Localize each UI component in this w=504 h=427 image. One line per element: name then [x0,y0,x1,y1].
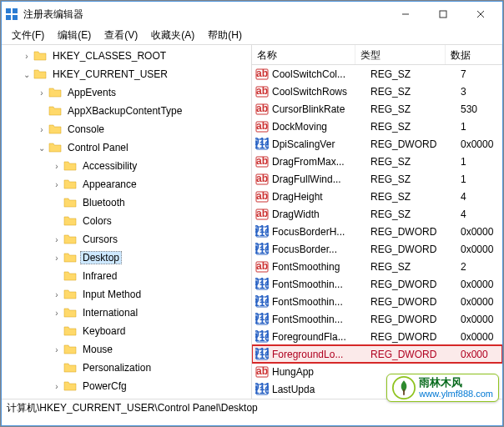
menu-edit[interactable]: 编辑(E) [51,27,98,44]
expand-icon[interactable]: › [52,180,62,189]
tree-node-n_console[interactable]: ›Console [2,120,251,138]
tree-node-n_powerCfg[interactable]: ›PowerCfg [2,377,251,395]
value-type: REG_SZ [370,261,461,273]
value-data: 1 [461,121,502,133]
tree-label: International [80,306,140,319]
tree-node-n_quickActions[interactable]: ›Quick Actions [2,395,251,399]
tree-node-n_controlPanel[interactable]: ⌄Control Panel [2,138,251,157]
value-data: 0x0000 [461,244,502,255]
value-type: REG_DWORD [370,226,461,238]
tree-label: Bluetooth [80,196,128,209]
menu-view[interactable]: 查看(V) [98,27,144,44]
tree-node-n_mouse[interactable]: ›Mouse [2,340,251,359]
folder-icon [33,49,47,63]
list-row[interactable]: abCoolSwitchRowsREG_SZ3 [252,83,502,100]
string-icon: ab [255,103,269,116]
list-row[interactable]: 011110FocusBorderH...REG_DWORD0x0000 [252,223,502,240]
tree-node-n_accessibility[interactable]: ›Accessibility [2,157,251,175]
dword-icon: 011110 [255,243,269,256]
tree-label: Accessibility [80,159,139,173]
tree-node-n_desktop[interactable]: ›Desktop [2,249,251,267]
expand-icon[interactable]: › [52,235,62,244]
list-pane[interactable]: 名称 类型 数据 abCoolSwitchCol...REG_SZ7abCool… [252,45,502,399]
list-row[interactable]: 011110FontSmoothin...REG_DWORD0x0000 [252,310,502,328]
value-name: DpiScalingVer [272,138,370,150]
expand-icon[interactable]: › [52,382,62,391]
expand-icon[interactable]: › [37,88,47,98]
menu-favorites[interactable]: 收藏夹(A) [144,27,201,44]
value-type: REG_DWORD [370,279,461,290]
folder-icon [63,251,77,264]
tree-pane[interactable]: ›HKEY_CLASSES_ROOT⌄HKEY_CURRENT_USER›App… [2,45,252,399]
collapse-icon[interactable]: ⌄ [22,70,32,79]
list-row[interactable]: 011110LastUpda [252,380,502,398]
expand-icon[interactable]: › [22,52,32,61]
value-type: REG_DWORD [370,314,461,325]
list-row[interactable]: abDockMovingREG_SZ1 [252,118,502,135]
value-data: 4 [461,208,502,220]
value-name: FocusBorder... [272,244,370,255]
tree-node-n_international[interactable]: ›International [2,304,251,322]
folder-icon [63,343,77,356]
tree-node-n_appearance[interactable]: ›Appearance [2,175,251,193]
list-row[interactable]: 011110DpiScalingVerREG_DWORD0x0000 [252,135,502,153]
tree-node-n_keyboard[interactable]: Keyboard [2,322,251,340]
list-row[interactable]: abDragWidthREG_SZ4 [252,205,502,223]
expand-icon[interactable]: › [52,290,62,299]
dword-icon: 011110 [255,225,269,239]
value-name: ForegroundFla... [272,331,370,343]
maximize-button[interactable] [424,3,461,26]
menu-file[interactable]: 文件(F) [5,27,51,44]
list-row[interactable]: abHungApp [252,363,502,380]
value-data: 0x0000 [461,296,502,308]
list-row[interactable]: 011110FontSmoothin...REG_DWORD0x0000 [252,275,502,293]
tree-node-n_appXBackup[interactable]: AppXBackupContentType [2,102,251,120]
menu-help[interactable]: 帮助(H) [201,27,249,44]
list-row[interactable]: abCursorBlinkRateREG_SZ530 [252,100,502,118]
list-row[interactable]: abDragHeightREG_SZ4 [252,188,502,205]
value-type: REG_SZ [370,156,461,168]
folder-icon [63,269,77,283]
list-row[interactable]: abDragFullWind...REG_SZ1 [252,170,502,188]
list-row[interactable]: 011110ForegroundFla...REG_DWORD0x0000 [252,328,502,345]
svg-text:ab: ab [256,68,268,79]
expand-icon[interactable]: › [52,162,62,171]
folder-icon [63,288,77,301]
value-data: 0x0000 [461,314,502,325]
value-data: 2 [461,261,502,273]
expand-icon[interactable]: › [52,309,62,318]
list-row[interactable]: abCoolSwitchCol...REG_SZ7 [252,65,502,83]
dword-icon: 011110 [255,313,269,326]
tree-node-n_colors[interactable]: Colors [2,212,251,230]
tree-node-n_bluetooth[interactable]: Bluetooth [2,193,251,212]
list-row[interactable]: 011110FocusBorder...REG_DWORD0x0000 [252,240,502,258]
list-row[interactable]: abDragFromMax...REG_SZ1 [252,153,502,170]
close-button[interactable] [461,3,499,26]
dword-icon: 011110 [255,278,269,291]
expand-icon[interactable]: › [52,345,62,354]
app-icon [5,8,18,21]
list-row[interactable]: 011110FontSmoothin...REG_DWORD0x0000 [252,293,502,310]
minimize-button[interactable] [386,3,424,26]
tree-node-n_personalization[interactable]: Personalization [2,359,251,377]
tree-node-n_cursors[interactable]: ›Cursors [2,230,251,249]
column-name[interactable]: 名称 [252,45,355,64]
dword-icon: 011110 [255,348,269,361]
value-name: FontSmoothin... [272,279,370,290]
tree-node-root2[interactable]: ⌄HKEY_CURRENT_USER [2,65,251,83]
tree-node-n_infrared[interactable]: Infrared [2,267,251,285]
collapse-icon[interactable]: ⌄ [37,143,47,153]
list-row[interactable]: abFontSmoothingREG_SZ2 [252,258,502,275]
column-type[interactable]: 类型 [355,45,446,64]
tree-label: AppEvents [65,86,118,99]
column-data[interactable]: 数据 [446,45,502,64]
expand-icon[interactable]: › [52,254,62,263]
value-name: CoolSwitchRows [272,86,370,98]
tree-node-root1[interactable]: ›HKEY_CLASSES_ROOT [2,47,251,65]
tree-node-n_inputMethod[interactable]: ›Input Method [2,285,251,304]
tree-node-n_appEvents[interactable]: ›AppEvents [2,83,251,102]
expand-icon[interactable]: › [37,125,47,134]
tree-label: AppXBackupContentType [65,104,184,118]
list-row[interactable]: 011110ForegroundLo...REG_DWORD0x000 [252,345,502,363]
value-type: REG_SZ [370,103,461,115]
